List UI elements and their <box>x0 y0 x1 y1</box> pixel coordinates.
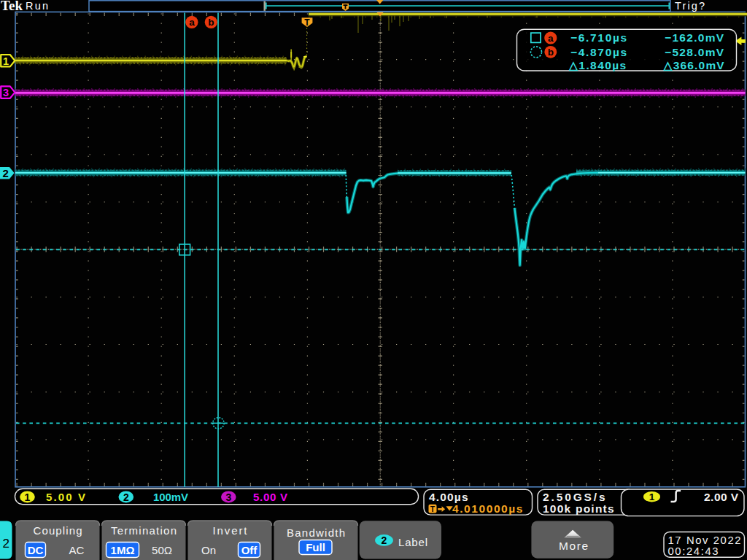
svg-text:b: b <box>548 47 554 58</box>
svg-text:Bandwidth: Bandwidth <box>287 526 345 539</box>
svg-text:△1.840µs: △1.840µs <box>568 59 627 71</box>
svg-text:T: T <box>430 505 436 513</box>
svg-text:100mV: 100mV <box>153 491 189 503</box>
svg-text:a: a <box>548 33 554 44</box>
svg-text:2.50GS/s: 2.50GS/s <box>543 491 605 503</box>
svg-text:b: b <box>208 17 214 28</box>
svg-text:Coupling: Coupling <box>34 524 82 537</box>
svg-text:2: 2 <box>2 167 8 179</box>
svg-text:1: 1 <box>25 491 31 503</box>
svg-text:−4.870µs: −4.870µs <box>570 46 627 58</box>
svg-text:Trig?: Trig? <box>675 0 705 12</box>
svg-text:Full: Full <box>306 541 325 553</box>
svg-text:50Ω: 50Ω <box>152 544 172 556</box>
svg-text:2: 2 <box>2 537 9 551</box>
svg-text:−6.710µs: −6.710µs <box>570 31 627 44</box>
svg-text:△366.0mV: △366.0mV <box>663 59 725 71</box>
svg-text:T: T <box>304 18 310 28</box>
svg-text:5.00 V: 5.00 V <box>46 491 86 503</box>
svg-text:Termination: Termination <box>111 524 177 537</box>
svg-text:3: 3 <box>3 87 9 98</box>
svg-text:Label: Label <box>398 536 427 548</box>
svg-text:100k points: 100k points <box>543 502 614 515</box>
svg-text:4.00µs: 4.00µs <box>429 491 468 503</box>
svg-text:17 Nov 2022: 17 Nov 2022 <box>668 534 741 546</box>
svg-text:−528.0mV: −528.0mV <box>665 46 724 58</box>
svg-text:More: More <box>559 540 588 552</box>
svg-text:−162.0mV: −162.0mV <box>665 31 724 44</box>
svg-text:3: 3 <box>225 491 231 503</box>
svg-text:a: a <box>189 17 195 28</box>
svg-text:4.010000µs: 4.010000µs <box>452 502 523 515</box>
svg-text:1MΩ: 1MΩ <box>111 544 135 556</box>
svg-text:Tek: Tek <box>1 0 23 13</box>
svg-text:1: 1 <box>3 55 9 67</box>
svg-text:2: 2 <box>123 491 129 503</box>
svg-text:2: 2 <box>382 534 387 546</box>
svg-text:Off: Off <box>241 544 258 556</box>
svg-text:1: 1 <box>649 491 655 502</box>
svg-text:00:24:43: 00:24:43 <box>668 545 719 557</box>
svg-text:AC: AC <box>69 544 85 556</box>
svg-text:5.00 V: 5.00 V <box>253 491 288 503</box>
svg-text:On: On <box>201 544 216 556</box>
svg-text:Run: Run <box>26 0 48 12</box>
svg-text:2.00 V: 2.00 V <box>704 491 739 503</box>
svg-text:DC: DC <box>28 544 44 556</box>
